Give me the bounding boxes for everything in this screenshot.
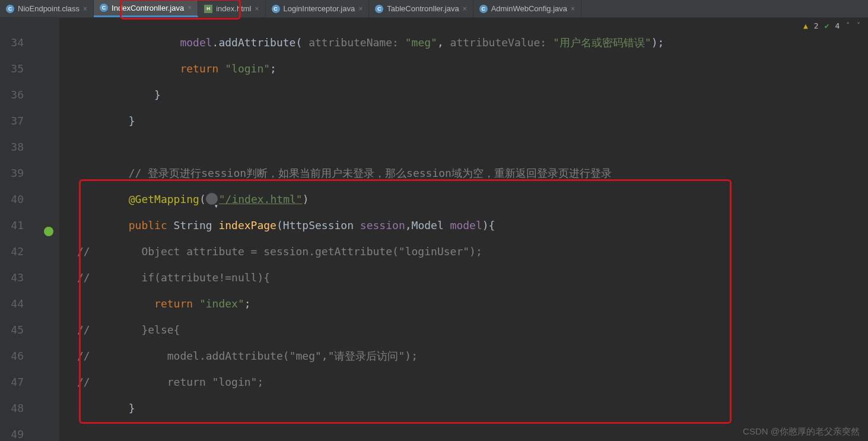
line-number: 43 xyxy=(0,265,59,291)
line-number: 44 xyxy=(0,291,59,317)
line-number: 47 xyxy=(0,369,59,395)
close-icon[interactable]: × xyxy=(187,4,192,12)
class-icon: C xyxy=(479,5,488,13)
html-icon: H xyxy=(204,5,212,13)
tab-nioendpoint[interactable]: CNioEndpoint.class× xyxy=(0,0,94,17)
class-icon: C xyxy=(272,5,280,13)
code-area[interactable]: model.addAttribute( attributeName: "meg"… xyxy=(59,18,868,441)
watermark: CSDN @你憨厚的老父亲突然 xyxy=(743,426,860,437)
close-icon[interactable]: × xyxy=(571,5,575,13)
editor-tabs: CNioEndpoint.class× CIndexContronller.ja… xyxy=(0,0,868,18)
gutter: 34 35 36 37 38 39 40 41 42 43 44 45 46 4… xyxy=(0,18,59,441)
line-number: 42 xyxy=(0,239,59,265)
line-number: 38 xyxy=(0,134,59,160)
code-line: model.addAttribute( attributeName: "meg"… xyxy=(59,30,868,56)
code-line: } xyxy=(59,395,868,421)
code-line: // }else{ xyxy=(59,317,868,343)
tab-indexcontroller[interactable]: CIndexContronller.java× xyxy=(94,0,198,17)
code-editor[interactable]: 34 35 36 37 38 39 40 41 42 43 44 45 46 4… xyxy=(0,18,868,441)
code-line: // Object attribute = session.getAttribu… xyxy=(59,239,868,265)
class-icon: C xyxy=(100,4,108,12)
code-line: } xyxy=(59,82,868,108)
line-number: 39 xyxy=(0,160,59,186)
line-number: 41 xyxy=(0,212,59,239)
line-number: 36 xyxy=(0,82,59,108)
tab-indexhtml[interactable]: Hindex.html× xyxy=(198,0,265,17)
line-number: 37 xyxy=(0,108,59,134)
tab-adminwebconfig[interactable]: CAdminWebConfig.java× xyxy=(473,0,581,17)
close-icon[interactable]: × xyxy=(83,5,87,13)
code-line: // return "login"; xyxy=(59,369,868,395)
code-line: } xyxy=(59,108,868,134)
line-number: 46 xyxy=(0,343,59,369)
code-line: // if(attribute!=null){ xyxy=(59,265,868,291)
line-number: 45 xyxy=(0,317,59,343)
line-number: 48 xyxy=(0,395,59,421)
close-icon[interactable]: × xyxy=(255,5,259,13)
code-line: // 登录页进行session判断，如果当前用户未登录，那么session域为空… xyxy=(59,160,868,186)
code-line: // model.addAttribute("meg","请登录后访问"); xyxy=(59,343,868,369)
code-line: @GetMapping("/index.html") xyxy=(59,186,868,212)
tab-tablecontroller[interactable]: CTableContronller.java× xyxy=(369,0,473,17)
class-icon: C xyxy=(375,5,383,13)
line-number: 34 xyxy=(0,30,59,56)
tab-logininterceptor[interactable]: CLoginInterceptor.java× xyxy=(266,0,370,17)
code-line: return "index"; xyxy=(59,291,868,317)
code-line: public String indexPage(HttpSession sess… xyxy=(59,212,868,239)
line-number: 49 xyxy=(0,421,59,441)
class-icon: C xyxy=(6,5,14,13)
line-number: 40 xyxy=(0,186,59,212)
close-icon[interactable]: × xyxy=(358,5,363,13)
globe-icon[interactable] xyxy=(206,193,218,205)
code-line: return "login"; xyxy=(59,56,868,82)
close-icon[interactable]: × xyxy=(463,5,467,13)
spring-icon[interactable] xyxy=(43,220,53,230)
line-number: 35 xyxy=(0,56,59,82)
code-line xyxy=(59,134,868,160)
